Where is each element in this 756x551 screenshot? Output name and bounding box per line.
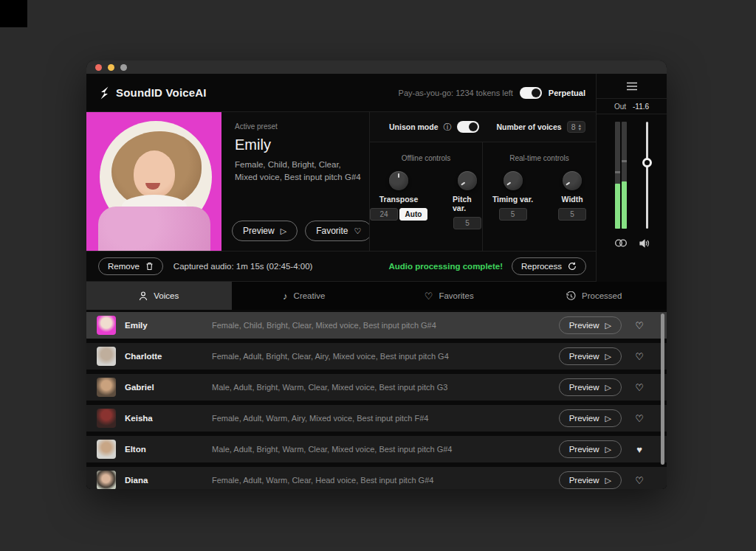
zoom-window-button[interactable] <box>120 64 127 71</box>
width-label: Width <box>562 195 583 204</box>
list-scrollbar[interactable] <box>661 313 664 465</box>
timing-var-label: Timing var. <box>492 195 533 204</box>
voice-row-charlotte[interactable]: Charlotte Female, Adult, Bright, Clear, … <box>86 343 667 370</box>
voice-controls-panel: Unison mode ⓘ Number of voices 8 ▴ ▾ <box>369 112 596 251</box>
timing-var-knob[interactable] <box>504 171 523 190</box>
plan-mode-label: Perpetual <box>549 89 585 97</box>
transpose-label: Transpose <box>379 195 419 204</box>
voice-avatar <box>97 378 116 397</box>
voice-avatar <box>97 347 116 366</box>
voice-row-emily[interactable]: Emily Female, Child, Bright, Clear, Mixe… <box>86 312 667 339</box>
heart-icon: ♡ <box>425 291 433 302</box>
soundid-logo-icon <box>99 86 110 100</box>
timing-var-value[interactable]: 5 <box>499 208 527 221</box>
preset-preview-button[interactable]: Preview ▷ <box>232 221 298 241</box>
capture-status-bar: Remove Captured audio: 1m 15s (02:45-4:0… <box>86 251 596 282</box>
row-preview-button[interactable]: Preview▷ <box>559 347 622 365</box>
favorite-heart-button[interactable]: ♡ <box>634 475 645 486</box>
processing-status-text: Audio processing complete! <box>388 262 503 271</box>
app-title: SoundID VoiceAI <box>116 86 207 99</box>
captured-audio-text: Captured audio: 1m 15s (02:45-4:00) <box>173 262 313 271</box>
music-note-icon: ♪ <box>283 291 288 302</box>
tab-creative[interactable]: ♪ Creative <box>232 282 377 310</box>
volume-slider-handle[interactable] <box>642 158 652 167</box>
number-of-voices-stepper[interactable]: 8 ▴ ▾ <box>567 121 585 133</box>
favorite-heart-button[interactable]: ♡ <box>634 351 645 362</box>
play-icon: ▷ <box>605 384 611 392</box>
favorite-heart-button[interactable]: ♥ <box>634 444 645 455</box>
favorite-heart-button[interactable]: ♡ <box>634 413 645 424</box>
transpose-value[interactable]: 24 <box>370 208 398 221</box>
preset-photo <box>86 112 221 251</box>
heart-icon: ♡ <box>354 227 362 235</box>
row-preview-button[interactable]: Preview▷ <box>559 471 622 489</box>
preset-favorite-button[interactable]: Favorite ♡ <box>305 221 372 241</box>
corner-square <box>0 0 27 27</box>
output-panel: Out -11.6 <box>596 74 667 282</box>
app-window: SoundID VoiceAI Pay-as-you-go: 1234 toke… <box>86 60 667 489</box>
library-tabs: Voices ♪ Creative ♡ Favorites Processed <box>86 282 667 310</box>
info-icon[interactable]: ⓘ <box>444 122 452 133</box>
play-icon: ▷ <box>605 353 611 361</box>
app-header: SoundID VoiceAI Pay-as-you-go: 1234 toke… <box>86 74 596 112</box>
preset-name: Emily <box>235 136 369 153</box>
voice-avatar <box>97 440 116 459</box>
voice-row-elton[interactable]: Elton Male, Adult, Bright, Warm, Clear, … <box>86 436 667 462</box>
voice-row-keisha[interactable]: Keisha Female, Adult, Warm, Airy, Mixed … <box>86 405 667 432</box>
meter-left <box>615 122 620 229</box>
close-window-button[interactable] <box>95 64 102 71</box>
number-of-voices-label: Number of voices <box>497 122 562 131</box>
pitch-var-knob[interactable] <box>458 171 477 190</box>
tab-voices[interactable]: Voices <box>86 282 232 310</box>
voices-value: 8 <box>571 122 576 131</box>
active-preset-section: Active preset Emily Female, Child, Brigh… <box>86 112 596 251</box>
width-knob[interactable] <box>563 171 582 190</box>
trash-icon <box>145 262 154 271</box>
refresh-icon <box>568 262 577 271</box>
history-icon <box>566 291 576 301</box>
tokens-status: Pay-as-you-go: 1234 tokens left <box>399 89 513 97</box>
offline-controls-title: Offline controls <box>402 154 451 162</box>
row-preview-button[interactable]: Preview▷ <box>559 440 622 458</box>
person-icon <box>139 291 148 301</box>
favorite-heart-button[interactable]: ♡ <box>634 320 645 331</box>
play-icon: ▷ <box>605 415 611 423</box>
voice-row-diana[interactable]: Diana Female, Adult, Warm, Clear, Head v… <box>86 467 667 489</box>
voice-avatar <box>97 471 116 489</box>
voice-row-gabriel[interactable]: Gabriel Male, Adult, Bright, Warm, Clear… <box>86 374 667 401</box>
output-volume-slider[interactable] <box>646 122 648 229</box>
active-preset-label: Active preset <box>235 122 369 131</box>
tab-favorites[interactable]: ♡ Favorites <box>377 282 522 310</box>
pitch-var-value[interactable]: 5 <box>453 217 481 229</box>
play-icon: ▷ <box>605 446 611 454</box>
stepper-down-icon[interactable]: ▾ <box>578 127 581 131</box>
voice-avatar <box>97 316 116 335</box>
remove-button[interactable]: Remove <box>98 257 163 275</box>
queue-menu-icon[interactable] <box>626 82 638 91</box>
row-preview-button[interactable]: Preview▷ <box>559 316 622 334</box>
row-preview-button[interactable]: Preview▷ <box>559 378 622 396</box>
width-value[interactable]: 5 <box>558 208 586 221</box>
pitch-var-label: Pitch var. <box>453 195 482 212</box>
play-icon: ▷ <box>605 477 611 485</box>
plan-toggle[interactable] <box>520 87 542 99</box>
play-icon: ▷ <box>605 322 611 330</box>
row-preview-button[interactable]: Preview▷ <box>559 409 622 427</box>
voice-avatar <box>97 409 116 428</box>
tab-processed[interactable]: Processed <box>522 282 667 310</box>
preset-description: Female, Child, Bright, Clear, Mixed voic… <box>235 159 364 183</box>
speaker-icon[interactable] <box>639 239 650 248</box>
transpose-knob[interactable] <box>389 171 408 190</box>
stereo-mode-icon[interactable] <box>614 239 628 248</box>
output-value: -11.6 <box>633 103 649 111</box>
unison-mode-toggle[interactable] <box>457 121 479 133</box>
level-meters <box>597 114 667 252</box>
output-label: Out <box>614 103 626 111</box>
transpose-auto-button[interactable]: Auto <box>399 208 427 221</box>
titlebar <box>86 60 667 74</box>
realtime-controls-title: Real-time controls <box>509 154 569 162</box>
minimize-window-button[interactable] <box>108 64 114 71</box>
reprocess-button[interactable]: Reprocess <box>512 257 586 275</box>
favorite-heart-button[interactable]: ♡ <box>634 382 645 393</box>
meter-right <box>622 122 627 229</box>
